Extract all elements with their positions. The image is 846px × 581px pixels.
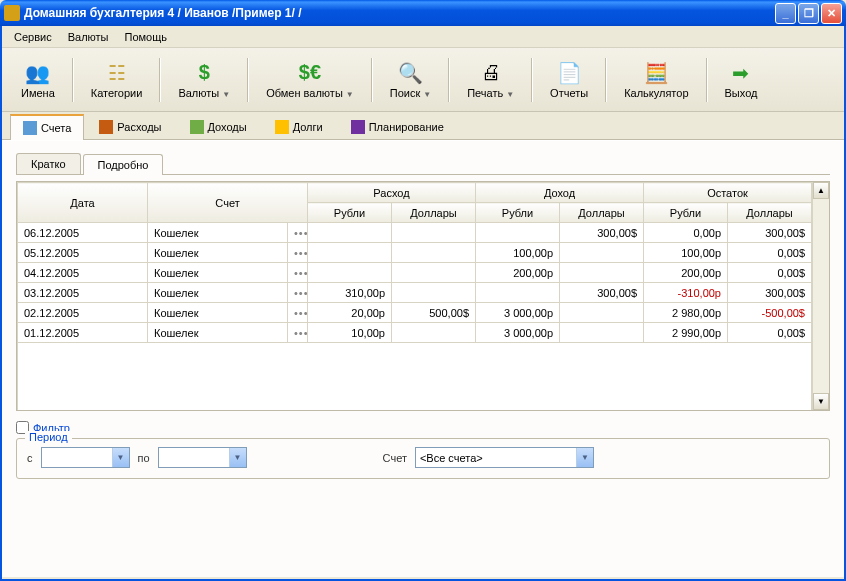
col-income[interactable]: Доход: [476, 183, 644, 203]
close-button[interactable]: ✕: [821, 3, 842, 24]
table-row[interactable]: 03.12.2005Кошелек•••310,00р300,00$-310,0…: [18, 283, 812, 303]
date-from-combo[interactable]: ▼: [41, 447, 130, 468]
chevron-down-icon[interactable]: ▼: [112, 448, 129, 467]
col-account[interactable]: Счет: [148, 183, 308, 223]
col-balance[interactable]: Остаток: [644, 183, 812, 203]
separator: [247, 58, 249, 102]
chevron-down-icon[interactable]: ▼: [576, 448, 593, 467]
cell-income-usd: [560, 243, 644, 263]
separator: [159, 58, 161, 102]
cell-income-usd: [560, 263, 644, 283]
cell-expense-usd: [392, 223, 476, 243]
cell-expense-rub: [308, 243, 392, 263]
subtab-brief[interactable]: Кратко: [16, 153, 81, 174]
chevron-down-icon: ▼: [222, 90, 230, 99]
separator: [706, 58, 708, 102]
cell-income-usd: [560, 323, 644, 343]
debts-icon: [275, 120, 289, 134]
cell-more[interactable]: •••: [288, 303, 308, 323]
cell-income-rub: 3 000,00р: [476, 323, 560, 343]
table-row[interactable]: 04.12.2005Кошелек•••200,00р200,00р0,00$: [18, 263, 812, 283]
cell-balance-usd: 0,00$: [728, 263, 812, 283]
cell-balance-usd: 0,00$: [728, 243, 812, 263]
exchange-button[interactable]: $€Обмен валюты▼: [255, 56, 365, 104]
main-tabs: Счета Расходы Доходы Долги Планирование: [2, 112, 844, 140]
exchange-icon: $€: [298, 61, 322, 85]
col-balance-usd[interactable]: Доллары: [728, 203, 812, 223]
chevron-down-icon: ▼: [423, 90, 431, 99]
chevron-down-icon[interactable]: ▼: [229, 448, 246, 467]
currencies-button[interactable]: $Валюты▼: [167, 56, 241, 104]
tab-debts[interactable]: Долги: [262, 114, 336, 139]
scroll-up-button[interactable]: ▲: [813, 182, 829, 199]
names-button[interactable]: 👥Имена: [10, 56, 66, 104]
subtab-detailed[interactable]: Подробно: [83, 154, 164, 175]
cell-expense-usd: 500,00$: [392, 303, 476, 323]
cell-expense-rub: 10,00р: [308, 323, 392, 343]
cell-more[interactable]: •••: [288, 223, 308, 243]
account-combo[interactable]: <Все счета>▼: [415, 447, 594, 468]
calculator-button[interactable]: 🧮Калькулятор: [613, 56, 699, 104]
menu-service[interactable]: Сервис: [8, 29, 58, 45]
window-title: Домашняя бухгалтерия 4 / Иванов /Пример …: [24, 6, 775, 20]
col-expense[interactable]: Расход: [308, 183, 476, 203]
cell-more[interactable]: •••: [288, 243, 308, 263]
categories-button[interactable]: ☷Категории: [80, 56, 154, 104]
table-row[interactable]: 06.12.2005Кошелек•••300,00$0,00р300,00$: [18, 223, 812, 243]
tab-planning[interactable]: Планирование: [338, 114, 457, 139]
vertical-scrollbar[interactable]: ▲ ▼: [812, 182, 829, 410]
cell-date: 03.12.2005: [18, 283, 148, 303]
toolbar: 👥Имена ☷Категории $Валюты▼ $€Обмен валют…: [2, 48, 844, 112]
reports-button[interactable]: 📄Отчеты: [539, 56, 599, 104]
cell-balance-rub: 2 980,00р: [644, 303, 728, 323]
scroll-track[interactable]: [813, 199, 829, 393]
cell-more[interactable]: •••: [288, 263, 308, 283]
filter-checkbox[interactable]: Фильтр: [16, 421, 830, 434]
exit-icon: ➡: [729, 61, 753, 85]
cell-income-rub: 200,00р: [476, 263, 560, 283]
table-row[interactable]: 05.12.2005Кошелек•••100,00р100,00р0,00$: [18, 243, 812, 263]
from-label: с: [27, 452, 33, 464]
date-to-combo[interactable]: ▼: [158, 447, 247, 468]
col-income-rub[interactable]: Рубли: [476, 203, 560, 223]
cell-balance-usd: 300,00$: [728, 223, 812, 243]
tree-icon: ☷: [105, 61, 129, 85]
menu-currencies[interactable]: Валюты: [62, 29, 115, 45]
col-balance-rub[interactable]: Рубли: [644, 203, 728, 223]
cell-date: 02.12.2005: [18, 303, 148, 323]
menu-help[interactable]: Помощь: [119, 29, 174, 45]
table-row[interactable]: 02.12.2005Кошелек•••20,00р500,00$3 000,0…: [18, 303, 812, 323]
print-button[interactable]: 🖨Печать▼: [456, 56, 525, 104]
empty-area: [18, 343, 812, 411]
exit-button[interactable]: ➡Выход: [714, 56, 769, 104]
table-row[interactable]: 01.12.2005Кошелек•••10,00р3 000,00р2 990…: [18, 323, 812, 343]
maximize-button[interactable]: ❐: [798, 3, 819, 24]
tab-accounts[interactable]: Счета: [10, 114, 84, 140]
col-income-usd[interactable]: Доллары: [560, 203, 644, 223]
cell-more[interactable]: •••: [288, 323, 308, 343]
minimize-button[interactable]: _: [775, 3, 796, 24]
separator: [605, 58, 607, 102]
col-expense-usd[interactable]: Доллары: [392, 203, 476, 223]
cell-account: Кошелек: [148, 263, 288, 283]
cell-income-usd: 300,00$: [560, 283, 644, 303]
cell-more[interactable]: •••: [288, 283, 308, 303]
cell-balance-rub: 200,00р: [644, 263, 728, 283]
search-button[interactable]: 🔍Поиск▼: [379, 56, 442, 104]
account-label: Счет: [383, 452, 407, 464]
cell-date: 05.12.2005: [18, 243, 148, 263]
filter-panel: Фильтр Период с ▼ по ▼ Счет <Все счета>▼: [16, 421, 830, 479]
cell-expense-rub: 20,00р: [308, 303, 392, 323]
separator: [531, 58, 533, 102]
col-date[interactable]: Дата: [18, 183, 148, 223]
col-expense-rub[interactable]: Рубли: [308, 203, 392, 223]
people-icon: 👥: [26, 61, 50, 85]
tab-expenses[interactable]: Расходы: [86, 114, 174, 139]
cell-expense-usd: [392, 243, 476, 263]
tab-income[interactable]: Доходы: [177, 114, 260, 139]
expenses-icon: [99, 120, 113, 134]
scroll-down-button[interactable]: ▼: [813, 393, 829, 410]
cell-date: 04.12.2005: [18, 263, 148, 283]
chevron-down-icon: ▼: [506, 90, 514, 99]
cell-expense-usd: [392, 283, 476, 303]
